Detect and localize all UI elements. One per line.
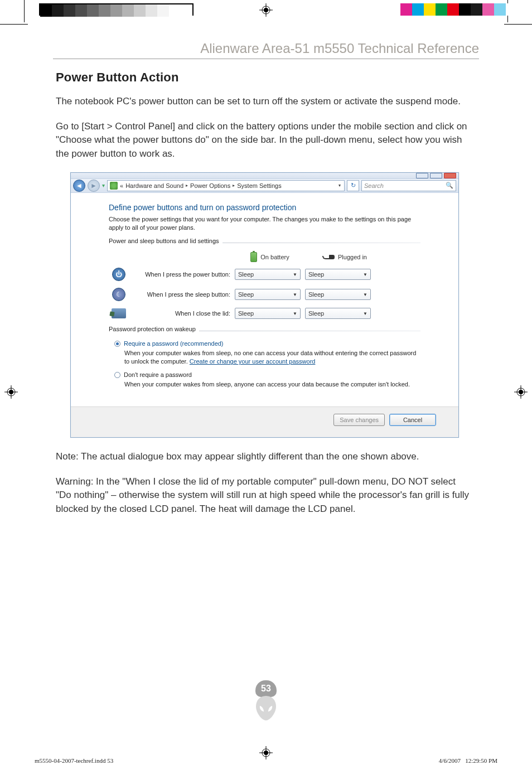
divider bbox=[223, 243, 420, 243]
plug-icon bbox=[322, 254, 335, 260]
minimize-button[interactable] bbox=[416, 173, 428, 178]
chevron-down-icon: ▼ bbox=[293, 311, 297, 316]
power-icon: ⏻ bbox=[112, 268, 125, 281]
radio-label: Require a password (recommended) bbox=[124, 340, 224, 347]
create-password-link[interactable]: Create or change your user account passw… bbox=[190, 358, 316, 365]
search-icon: 🔍 bbox=[446, 182, 453, 189]
save-changes-button[interactable]: Save changes bbox=[333, 414, 385, 426]
registration-bar-right bbox=[389, 3, 518, 16]
dropdown-lid-battery[interactable]: Sleep▼ bbox=[235, 308, 301, 319]
column-header-battery: On battery bbox=[260, 254, 289, 260]
dropdown-power-plugged[interactable]: Sleep▼ bbox=[305, 269, 371, 280]
cancel-button[interactable]: Cancel bbox=[389, 414, 436, 426]
option-row-close-lid: When I close the lid: Sleep▼ Sleep▼ bbox=[109, 308, 420, 319]
control-panel-icon bbox=[110, 182, 118, 190]
breadcrumb-item[interactable]: Hardware and Sound bbox=[125, 182, 183, 189]
laptop-icon bbox=[112, 308, 126, 318]
note-paragraph: Note: The actual dialogue box may appear… bbox=[56, 450, 473, 464]
footer-date: 4/6/2007 bbox=[439, 757, 461, 764]
section-title: Power Button Action bbox=[56, 70, 473, 85]
breadcrumb-prefix: « bbox=[120, 182, 123, 189]
battery-icon bbox=[250, 252, 257, 262]
screenshot-window: ◄ ► ▾ « Hardware and Sound ▸ Power Optio… bbox=[70, 172, 459, 438]
column-header-plugged: Plugged in bbox=[338, 254, 367, 260]
footer-filename: m5550-04-2007-techref.indd 53 bbox=[35, 757, 113, 764]
radio-dont-require-password[interactable]: Don't require a password bbox=[114, 371, 420, 378]
page-number-badge: 53 bbox=[254, 680, 278, 722]
maximize-button[interactable] bbox=[430, 173, 442, 178]
registration-target-icon bbox=[514, 385, 528, 399]
dropdown-power-battery[interactable]: Sleep▼ bbox=[235, 269, 301, 280]
chevron-right-icon: ▸ bbox=[230, 183, 237, 188]
pane-title: Define power buttons and turn on passwor… bbox=[109, 203, 420, 212]
fieldset-label: Password protection on wakeup bbox=[109, 326, 196, 332]
pane-subtitle: Choose the power settings that you want … bbox=[109, 215, 420, 233]
close-button[interactable] bbox=[444, 173, 456, 178]
radio-selected-icon bbox=[114, 341, 120, 347]
option-label: When I press the power button: bbox=[129, 271, 235, 278]
document-header: Alienware Area-51 m5550 Technical Refere… bbox=[53, 41, 479, 59]
chevron-down-icon: ▼ bbox=[293, 292, 297, 297]
warning-paragraph: Warning: In the "When I close the lid of… bbox=[56, 475, 473, 516]
chevron-down-icon: ▼ bbox=[363, 311, 367, 316]
moon-icon: ☾ bbox=[112, 288, 125, 301]
print-footer: m5550-04-2007-techref.indd 53 4/6/2007 1… bbox=[35, 757, 497, 764]
radio-description: When your computer wakes from sleep, no … bbox=[124, 349, 420, 366]
registration-target-icon bbox=[259, 3, 273, 17]
refresh-icon: ↻ bbox=[351, 182, 356, 189]
chevron-down-icon: ▼ bbox=[363, 292, 367, 297]
history-dropdown-icon[interactable]: ▾ bbox=[102, 182, 105, 188]
forward-button[interactable]: ► bbox=[88, 180, 100, 192]
paragraph: The notebook PC's power button can be se… bbox=[56, 95, 473, 109]
breadcrumb-item[interactable]: System Settings bbox=[237, 182, 281, 189]
option-row-power-button: ⏻ When I press the power button: Sleep▼ … bbox=[109, 268, 420, 281]
chevron-down-icon: ▼ bbox=[363, 272, 367, 277]
window-titlebar bbox=[71, 173, 458, 178]
search-placeholder: Search bbox=[364, 182, 384, 189]
option-label: When I press the sleep button: bbox=[129, 291, 235, 298]
chevron-down-icon[interactable]: ▾ bbox=[335, 183, 342, 188]
arrow-right-icon: ► bbox=[90, 182, 97, 190]
chevron-right-icon: ▸ bbox=[183, 183, 190, 188]
radio-require-password[interactable]: Require a password (recommended) bbox=[114, 340, 420, 347]
search-input[interactable]: Search 🔍 bbox=[361, 180, 456, 191]
paragraph: Go to [Start > Control Panel] and click … bbox=[56, 120, 473, 161]
registration-bar-left bbox=[39, 3, 194, 16]
radio-label: Don't require a password bbox=[124, 371, 192, 378]
fieldset-label: Power and sleep buttons and lid settings bbox=[109, 238, 219, 244]
option-label: When I close the lid: bbox=[129, 310, 235, 317]
address-bar-row: ◄ ► ▾ « Hardware and Sound ▸ Power Optio… bbox=[71, 178, 458, 193]
dropdown-sleep-plugged[interactable]: Sleep▼ bbox=[305, 289, 371, 300]
radio-unselected-icon bbox=[114, 372, 120, 378]
dropdown-sleep-battery[interactable]: Sleep▼ bbox=[235, 289, 301, 300]
arrow-left-icon: ◄ bbox=[76, 182, 83, 190]
divider bbox=[199, 331, 420, 331]
alien-head-icon bbox=[254, 695, 278, 722]
dropdown-lid-plugged[interactable]: Sleep▼ bbox=[305, 308, 371, 319]
chevron-down-icon: ▼ bbox=[293, 272, 297, 277]
registration-target-icon bbox=[4, 385, 18, 399]
radio-description: When your computer wakes from sleep, any… bbox=[124, 380, 420, 389]
option-row-sleep-button: ☾ When I press the sleep button: Sleep▼ … bbox=[109, 288, 420, 301]
back-button[interactable]: ◄ bbox=[73, 180, 85, 192]
footer-time: 12:29:50 PM bbox=[465, 757, 497, 764]
breadcrumb-item[interactable]: Power Options bbox=[190, 182, 230, 189]
button-row: Save changes Cancel bbox=[71, 406, 458, 437]
refresh-button[interactable]: ↻ bbox=[347, 180, 359, 191]
breadcrumb-bar[interactable]: « Hardware and Sound ▸ Power Options ▸ S… bbox=[107, 180, 345, 191]
